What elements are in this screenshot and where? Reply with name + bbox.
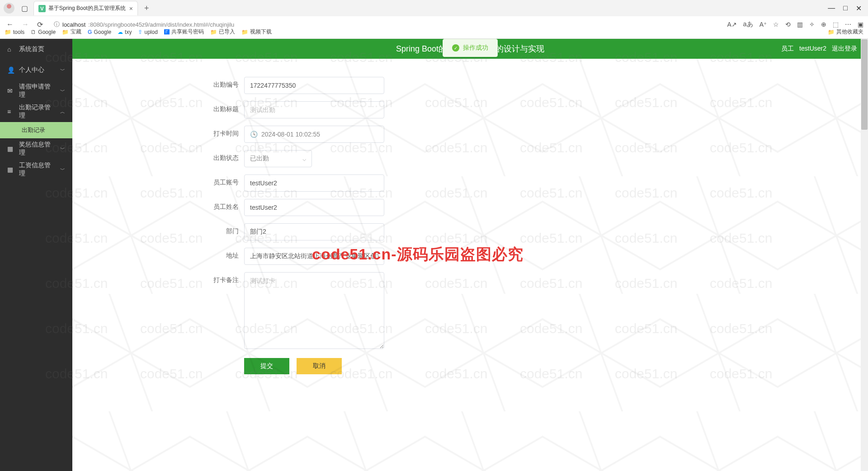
form-actions: 提交 取消 bbox=[244, 358, 868, 374]
close-window-button[interactable]: ✕ bbox=[856, 4, 862, 13]
submit-button[interactable]: 提交 bbox=[244, 358, 289, 374]
google-icon: G bbox=[88, 29, 92, 35]
bookmark-tools[interactable]: 📁tools bbox=[5, 29, 24, 35]
bookmark-google[interactable]: 🗋Google bbox=[31, 29, 56, 35]
sidebar-item-home[interactable]: ⌂ 系统首页 bbox=[0, 39, 72, 60]
input-clock-time[interactable]: 🕓 2024-08-01 10:02:55 bbox=[244, 126, 384, 143]
tab-bar: ▢ V 基于Spring Boot的员工管理系统 × + — □ ✕ bbox=[0, 0, 868, 16]
status-value: 已出勤 bbox=[250, 155, 269, 163]
user-name: testUser2 bbox=[799, 45, 826, 53]
sidebar-item-profile[interactable]: 👤 个人中心 ﹀ bbox=[0, 60, 72, 80]
textarea-remark[interactable] bbox=[244, 272, 384, 349]
scrollbar-thumb[interactable] bbox=[861, 39, 868, 130]
sidebar-toggle-icon[interactable]: ▣ bbox=[858, 21, 863, 28]
sidebar-item-label: 出勤记录管理 bbox=[19, 104, 56, 120]
folder-icon: 📁 bbox=[62, 29, 69, 35]
chevron-down-icon: ﹀ bbox=[60, 67, 65, 74]
input-address[interactable] bbox=[244, 248, 384, 265]
form-content: 出勤编号 出勤标题 打卡时间 🕓 2024-08-01 10:02:55 出勤状… bbox=[72, 59, 868, 471]
more-icon[interactable]: ⋯ bbox=[845, 21, 851, 28]
url-host: localhost bbox=[62, 21, 85, 28]
collections-icon[interactable]: ✧ bbox=[809, 21, 815, 28]
sidebar-item-label: 奖惩信息管理 bbox=[19, 141, 56, 157]
minimize-button[interactable]: — bbox=[828, 4, 835, 13]
sidebar-subitem-label: 出勤记录 bbox=[22, 126, 45, 134]
mail-icon: ✉ bbox=[7, 87, 14, 94]
favorite-icon[interactable]: ☆ bbox=[773, 21, 779, 28]
field-clock-time: 打卡时间 🕓 2024-08-01 10:02:55 bbox=[208, 126, 868, 143]
tab-title: 基于Spring Boot的员工管理系统 bbox=[48, 5, 126, 12]
sidebar-item-leave[interactable]: ✉ 请假申请管理 ﹀ bbox=[0, 80, 72, 101]
field-name: 员工姓名 bbox=[208, 199, 868, 216]
sidebar-item-label: 个人中心 bbox=[19, 66, 56, 74]
text-size-icon[interactable]: A⁺ bbox=[760, 21, 767, 28]
sidebar-item-attendance[interactable]: ≡ 出勤记录管理 ︿ bbox=[0, 101, 72, 122]
field-title: 出勤标题 bbox=[208, 101, 868, 118]
bookmark-txy[interactable]: ☁txy bbox=[118, 29, 132, 35]
field-account: 员工账号 bbox=[208, 174, 868, 192]
read-aloud-icon[interactable]: A↗ bbox=[727, 21, 737, 28]
input-name[interactable] bbox=[244, 199, 384, 216]
check-circle-icon: ✓ bbox=[452, 44, 459, 52]
chevron-down-icon: ⌵ bbox=[302, 155, 306, 162]
toast-text: 操作成功 bbox=[463, 44, 488, 52]
field-dept: 部门 bbox=[208, 223, 868, 240]
translate-icon[interactable]: aあ bbox=[743, 20, 753, 28]
select-status[interactable]: 已出勤 ⌵ bbox=[244, 150, 312, 167]
bookmark-import[interactable]: 📁已导入 bbox=[210, 28, 235, 36]
list-icon: ≡ bbox=[7, 108, 14, 115]
user-icon: 👤 bbox=[7, 66, 14, 74]
bookmark-share[interactable]: 🅵共享账号密码 bbox=[164, 28, 204, 36]
label-address: 地址 bbox=[208, 248, 239, 260]
downloads-icon[interactable]: ⬚ bbox=[833, 21, 839, 28]
user-role: 员工 bbox=[781, 45, 794, 53]
chevron-down-icon: ﹀ bbox=[60, 146, 65, 152]
sync-icon[interactable]: ⟲ bbox=[785, 21, 791, 28]
bookmark-baozang[interactable]: 📁宝藏 bbox=[62, 28, 81, 36]
logout-link[interactable]: 退出登录 bbox=[832, 45, 857, 53]
grid-icon: ▦ bbox=[7, 145, 14, 152]
home-icon: ⌂ bbox=[7, 46, 14, 53]
extensions-icon[interactable]: ⊕ bbox=[821, 21, 826, 28]
cancel-button[interactable]: 取消 bbox=[297, 358, 342, 374]
sidebar-item-reward[interactable]: ▦ 奖惩信息管理 ﹀ bbox=[0, 138, 72, 159]
refresh-button[interactable]: ⟳ bbox=[35, 20, 45, 29]
clock-icon: 🕓 bbox=[250, 131, 258, 138]
bookmark-video[interactable]: 📁视频下载 bbox=[241, 28, 272, 36]
workspaces-icon[interactable]: ▢ bbox=[20, 4, 29, 13]
success-toast: ✓ 操作成功 bbox=[443, 39, 498, 57]
field-attendance-no: 出勤编号 bbox=[208, 77, 868, 94]
new-tab-button[interactable]: + bbox=[142, 4, 152, 13]
bookmark-google2[interactable]: GGoogle bbox=[88, 29, 111, 35]
page-icon: 🗋 bbox=[31, 29, 36, 35]
vertical-scrollbar[interactable] bbox=[861, 39, 868, 471]
label-name: 员工姓名 bbox=[208, 199, 239, 211]
chevron-up-icon: ︿ bbox=[60, 108, 65, 115]
label-title: 出勤标题 bbox=[208, 101, 239, 113]
bookmark-other[interactable]: 📁其他收藏夹 bbox=[828, 28, 863, 36]
share-icon: 🅵 bbox=[164, 29, 170, 35]
upload-icon: ⇧ bbox=[138, 29, 142, 35]
tab-close-icon[interactable]: × bbox=[129, 5, 133, 12]
header-user-area: 员工 testUser2 退出登录 bbox=[781, 45, 868, 53]
browser-tab[interactable]: V 基于Spring Boot的员工管理系统 × bbox=[33, 1, 138, 15]
input-account[interactable] bbox=[244, 174, 384, 192]
label-attendance-no: 出勤编号 bbox=[208, 77, 239, 89]
profile-avatar-icon[interactable] bbox=[4, 3, 14, 14]
input-title[interactable] bbox=[244, 101, 384, 118]
main-area: ✓ 操作成功 Spring Boot的员工管理系统的设计与实现 员工 testU… bbox=[72, 39, 868, 471]
address-bar-actions: A↗ aあ A⁺ ☆ ⟲ ▥ ✧ ⊕ ⬚ ⋯ ▣ bbox=[727, 20, 863, 28]
input-attendance-no[interactable] bbox=[244, 77, 384, 94]
back-button[interactable]: ← bbox=[5, 20, 15, 28]
label-status: 出勤状态 bbox=[208, 150, 239, 162]
sidebar-subitem-attendance-record[interactable]: 出勤记录 bbox=[0, 122, 72, 138]
sidebar-item-salary[interactable]: ▦ 工资信息管理 ﹀ bbox=[0, 159, 72, 180]
maximize-button[interactable]: □ bbox=[843, 4, 848, 13]
bookmark-uplod[interactable]: ⇧uplod bbox=[138, 29, 157, 35]
folder-icon: 📁 bbox=[241, 29, 248, 35]
forward-button[interactable]: → bbox=[20, 20, 31, 28]
input-dept[interactable] bbox=[244, 223, 384, 240]
split-icon[interactable]: ▥ bbox=[797, 21, 803, 28]
site-info-icon[interactable]: ⓘ bbox=[54, 20, 60, 28]
clock-time-value: 2024-08-01 10:02:55 bbox=[261, 131, 320, 138]
